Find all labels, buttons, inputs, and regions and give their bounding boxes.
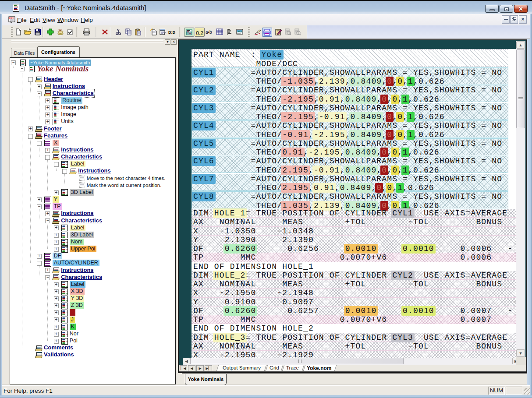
svg-text:DOC: DOC — [9, 17, 14, 20]
svg-text:a•b: a•b — [206, 30, 212, 35]
svg-text:D:D: D:D — [168, 30, 175, 35]
